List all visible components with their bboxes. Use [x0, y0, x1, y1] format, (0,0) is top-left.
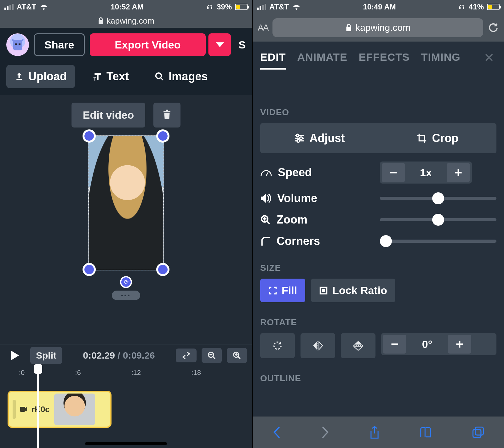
clip-thumbnail [54, 394, 95, 425]
svg-rect-2 [19, 43, 20, 45]
cell-signal-icon [257, 4, 266, 10]
wifi-icon [292, 3, 301, 10]
fill-button[interactable]: Fill [260, 279, 305, 302]
browser-tabs-button[interactable] [472, 426, 484, 438]
wifi-icon [39, 3, 48, 10]
export-video-button[interactable]: Export Video [90, 33, 206, 56]
browser-bookmarks-button[interactable] [420, 427, 433, 438]
truncated-text: S [238, 39, 246, 51]
share-button[interactable]: Share [34, 33, 85, 56]
flip-vertical-button[interactable] [341, 333, 375, 358]
rotate-handle[interactable]: ⟳ [120, 276, 132, 288]
svg-text:T: T [94, 76, 96, 82]
zoom-slider[interactable] [380, 218, 496, 221]
clip-grip-left[interactable] [13, 400, 16, 419]
video-clip[interactable]: ⟳ ••• [88, 135, 164, 270]
zoom-out-button[interactable] [202, 348, 222, 363]
resize-handle-br[interactable] [156, 263, 169, 276]
reload-button[interactable] [488, 22, 499, 33]
section-rotate-label: ROTATE [260, 317, 496, 327]
time-display: 0:02.29 / 0:09.26 [67, 350, 171, 361]
carrier-label: AT&T [17, 3, 36, 11]
resize-handle-tr[interactable] [156, 129, 169, 143]
corners-slider[interactable] [380, 240, 496, 243]
crop-icon [416, 133, 427, 144]
tab-text[interactable]: T Text [84, 65, 137, 88]
timeline[interactable]: :0 :6 :12 :18 rK0c [0, 366, 252, 448]
close-button[interactable]: ✕ [484, 50, 495, 65]
flip-horizontal-button[interactable] [301, 333, 335, 358]
avatar[interactable] [6, 33, 29, 56]
status-bar: AT&T 10:52 AM 39% [0, 0, 252, 14]
flip-v-icon [353, 340, 363, 351]
tab-edit[interactable]: EDIT [260, 51, 286, 70]
export-dropdown-button[interactable] [208, 33, 231, 56]
rotate-cw-button[interactable] [260, 333, 295, 358]
swap-button[interactable] [176, 349, 197, 362]
svg-rect-13 [322, 289, 325, 292]
tab-timing[interactable]: TIMING [421, 51, 461, 70]
crop-label: Crop [432, 132, 459, 145]
svg-rect-1 [15, 43, 17, 45]
speed-minus-button[interactable]: − [382, 163, 405, 182]
browser-back-button[interactable] [272, 426, 281, 439]
app-toolbar: Share Export Video S [0, 28, 252, 62]
speed-stepper: − 1x + [380, 162, 472, 184]
video-thumbnail [89, 136, 163, 270]
lock-ratio-label: Lock Ratio [332, 284, 387, 297]
time-current: 0:02.29 [83, 350, 115, 360]
tab-images[interactable]: Images [146, 65, 216, 88]
resize-handle-tl[interactable] [83, 129, 96, 143]
drag-handle[interactable]: ••• [112, 291, 140, 300]
playhead[interactable] [37, 366, 39, 448]
url-text: kapwing.com [355, 22, 410, 33]
delete-button[interactable] [153, 103, 180, 128]
zoom-label: Zoom [277, 213, 307, 226]
tab-effects[interactable]: EFFECTS [359, 51, 410, 70]
resize-handle-bl[interactable] [83, 263, 96, 276]
tab-upload[interactable]: Upload [6, 65, 75, 88]
section-outline-label: OUTLINE [260, 373, 496, 383]
url-pill[interactable]: kapwing.com [272, 18, 483, 37]
headphones-icon [206, 3, 214, 11]
text-icon: T [93, 72, 102, 81]
browser-url-bar[interactable]: kapwing.com [0, 14, 252, 28]
battery-icon [487, 4, 500, 10]
rotate-plus-button[interactable]: + [448, 335, 471, 354]
adjust-label: Adjust [310, 132, 345, 145]
lock-ratio-button[interactable]: Lock Ratio [311, 279, 395, 302]
adjust-icon [294, 133, 305, 143]
edit-video-button[interactable]: Edit video [72, 103, 145, 128]
rotate-value: 0° [408, 338, 446, 350]
adjust-button[interactable]: Adjust [260, 123, 378, 153]
row-corners: Corners [260, 235, 496, 248]
swap-icon [181, 352, 191, 359]
url-text: kapwing.com [106, 16, 154, 26]
time-total: 0:09.26 [123, 350, 155, 360]
canvas-area[interactable]: Edit video ⟳ ••• [0, 95, 252, 344]
split-button[interactable]: Split [30, 347, 62, 364]
timeline-clip[interactable]: rK0c [8, 391, 112, 428]
zoom-in-button[interactable] [227, 348, 247, 363]
reader-mode-button[interactable]: AA [258, 23, 268, 33]
tab-animate[interactable]: ANIMATE [297, 51, 347, 70]
rotate-minus-button[interactable]: − [383, 335, 406, 354]
clip-label: rK0c [32, 405, 50, 414]
zoom-out-icon [207, 351, 216, 360]
flip-h-icon [312, 341, 324, 350]
row-speed: Speed − 1x + [260, 162, 496, 184]
browser-forward-button[interactable] [321, 426, 329, 439]
svg-rect-15 [475, 427, 483, 435]
browser-share-button[interactable] [369, 426, 380, 439]
speed-plus-button[interactable]: + [447, 163, 470, 182]
play-icon [11, 351, 20, 360]
svg-point-10 [297, 139, 300, 142]
clock: 10:49 AM [363, 3, 396, 11]
media-tabs: Upload T Text Images [0, 62, 252, 95]
play-button[interactable] [5, 348, 25, 363]
crop-button[interactable]: Crop [378, 123, 496, 153]
clock: 10:52 AM [111, 3, 143, 11]
ruler-tick: :18 [191, 369, 201, 377]
volume-slider[interactable] [380, 197, 496, 200]
tab-upload-label: Upload [28, 70, 67, 83]
